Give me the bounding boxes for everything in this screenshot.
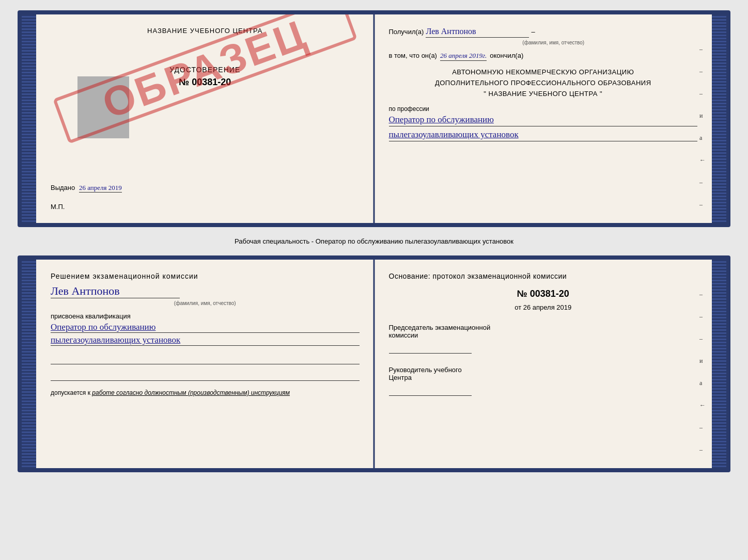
poluchil-name: Лев Антпонов bbox=[426, 27, 529, 38]
okoncil-label: окончил(а) bbox=[490, 52, 523, 59]
predsedatel-signature-line bbox=[389, 343, 472, 354]
side-dash: – bbox=[699, 45, 706, 53]
side-dashes: – – – и а ← – – – – bbox=[699, 45, 706, 227]
vtom-label: в том, что он(а) bbox=[389, 52, 437, 59]
rukovoditel-label2: Центра bbox=[389, 374, 698, 381]
ot-prefix: от bbox=[515, 303, 521, 311]
top-cert-book: НАЗВАНИЕ УЧЕБНОГО ЦЕНТРА ОБРАЗЕЦ УДОСТОВ… bbox=[18, 10, 730, 227]
issued-line: Выдано 26 апреля 2019 bbox=[51, 184, 360, 192]
org-line2: ДОПОЛНИТЕЛЬНОГО ПРОФЕССИОНАЛЬНОГО ОБРАЗО… bbox=[389, 78, 698, 89]
dopuskaetsya-line: допускается к работе согласно должностны… bbox=[51, 389, 360, 396]
side-dash: – bbox=[699, 90, 706, 98]
kvalif-line1: Оператор по обслуживанию bbox=[51, 322, 360, 333]
document-container: НАЗВАНИЕ УЧЕБНОГО ЦЕНТРА ОБРАЗЕЦ УДОСТОВ… bbox=[18, 10, 730, 472]
org-block: АВТОНОМНУЮ НЕКОММЕРЧЕСКУЮ ОРГАНИЗАЦИЮ ДО… bbox=[389, 67, 698, 99]
side-dash: ← bbox=[699, 156, 706, 164]
side-dash: и bbox=[699, 112, 706, 120]
poluchil-label: Получил(а) bbox=[389, 28, 424, 36]
ot-line: от 26 апреля 2019 bbox=[389, 303, 698, 311]
protocol-number: № 00381-20 bbox=[389, 289, 698, 299]
middle-label: Рабочая специальность - Оператор по обсл… bbox=[18, 233, 730, 249]
top-left-page: НАЗВАНИЕ УЧЕБНОГО ЦЕНТРА ОБРАЗЕЦ УДОСТОВ… bbox=[36, 14, 375, 223]
org-quote1: " bbox=[484, 90, 486, 98]
training-center-title: НАЗВАНИЕ УЧЕБНОГО ЦЕНТРА bbox=[51, 27, 360, 35]
side-dash-b: – bbox=[699, 335, 706, 343]
side-dash: – bbox=[699, 223, 706, 227]
predsedatel-block: Председатель экзаменационной комиссии bbox=[389, 324, 698, 354]
issued-label: Выдано bbox=[51, 184, 75, 191]
prisvoena-line: присвоена квалификация bbox=[51, 312, 360, 320]
side-dash-b: а bbox=[699, 379, 706, 387]
bottom-right-page: – – – и а ← – – – – Основание: протокол … bbox=[375, 260, 712, 468]
dopuskaetsya-text: работе согласно должностным (производств… bbox=[92, 389, 290, 396]
bottom-left-page: Решением экзаменационной комиссии Лев Ан… bbox=[36, 260, 375, 468]
rukovoditel-signature-line bbox=[389, 386, 472, 396]
binding-left-bottom bbox=[22, 260, 36, 468]
blank-line bbox=[51, 354, 360, 364]
binding-right bbox=[712, 14, 726, 223]
bottom-person-name: Лев Антпонов bbox=[51, 284, 360, 299]
side-dash-b: – bbox=[699, 313, 706, 321]
profession-line2: пылегазоулавливающих установок bbox=[389, 130, 698, 141]
side-dashes-bottom: – – – и а ← – – – – bbox=[699, 291, 706, 472]
side-dash: – bbox=[699, 179, 706, 186]
vtom-date: 26 апреля 2019г. bbox=[440, 52, 487, 61]
predsedatel-label2: комиссии bbox=[389, 331, 698, 339]
rukovoditel-label: Руководитель учебного bbox=[389, 366, 698, 374]
top-right-page: – – – и а ← – – – – Получил(а) Лев Антпо… bbox=[375, 14, 712, 223]
side-dash-b: – bbox=[699, 291, 706, 298]
mp-line: М.П. bbox=[51, 203, 65, 211]
side-dash-b: и bbox=[699, 357, 706, 365]
ot-date: 26 апреля 2019 bbox=[523, 303, 572, 311]
po-professii-label: по профессии bbox=[389, 105, 698, 113]
side-dash-b: – bbox=[699, 468, 706, 472]
photo-placeholder bbox=[77, 76, 129, 138]
predsedatel-label: Председатель экзаменационной bbox=[389, 324, 698, 331]
rukovoditel-block: Руководитель учебного Центра bbox=[389, 366, 698, 396]
side-dash-b: ← bbox=[699, 402, 706, 409]
osnovanie-line: Основание: протокол экзаменационной коми… bbox=[389, 272, 698, 280]
dopuskaetsya-label: допускается к bbox=[51, 389, 90, 396]
issued-date: 26 апреля 2019 bbox=[79, 184, 122, 193]
fio-label-bottom: (фамилия, имя, отчество) bbox=[51, 300, 360, 306]
resheniem-line: Решением экзаменационной комиссии bbox=[51, 272, 360, 280]
poluchil-line: Получил(а) Лев Антпонов – bbox=[389, 27, 698, 38]
kvalif-line2: пылегазоулавливающих установок bbox=[51, 335, 360, 346]
profession-line1: Оператор по обслуживанию bbox=[389, 115, 698, 126]
side-dash: – bbox=[699, 201, 706, 209]
org-line1: АВТОНОМНУЮ НЕКОММЕРЧЕСКУЮ ОРГАНИЗАЦИЮ bbox=[389, 67, 698, 78]
poluchil-dash: – bbox=[531, 28, 535, 36]
org-name: НАЗВАНИЕ УЧЕБНОГО ЦЕНТРА bbox=[489, 90, 598, 98]
person-name-large: Лев Антпонов bbox=[51, 284, 180, 298]
side-dash: а bbox=[699, 134, 706, 142]
side-dash-b: – bbox=[699, 424, 706, 431]
side-dash: – bbox=[699, 68, 706, 75]
fio-label-top: (фамилия, имя, отчество) bbox=[410, 40, 698, 45]
org-quote2: " bbox=[600, 90, 602, 98]
blank-line bbox=[51, 371, 360, 381]
org-name-line: " НАЗВАНИЕ УЧЕБНОГО ЦЕНТРА " bbox=[389, 89, 698, 100]
vtom-line: в том, что он(а) 26 апреля 2019г. окончи… bbox=[389, 52, 698, 61]
binding-left bbox=[22, 14, 36, 223]
udostoverenie-label: УДОСТОВЕРЕНИЕ bbox=[51, 66, 360, 74]
bottom-cert-book: Решением экзаменационной комиссии Лев Ан… bbox=[18, 255, 730, 472]
side-dash-b: – bbox=[699, 446, 706, 454]
blank-lines bbox=[51, 354, 360, 381]
binding-right-bottom bbox=[712, 260, 726, 468]
